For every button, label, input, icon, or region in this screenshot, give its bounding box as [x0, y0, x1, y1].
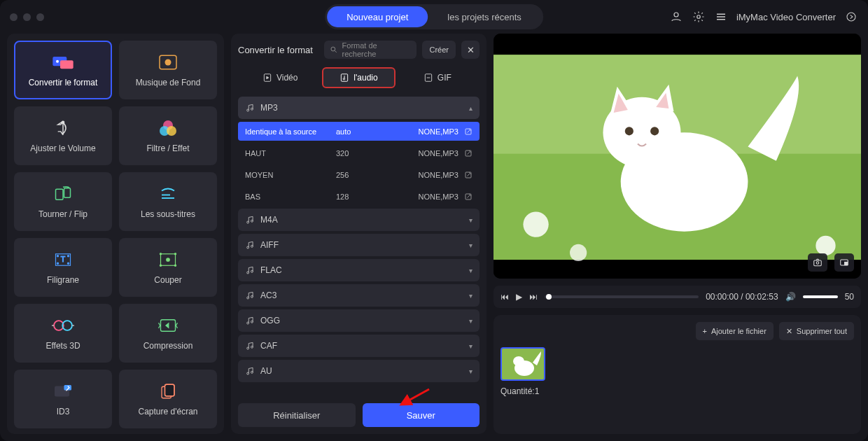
svg-point-34	[331, 47, 335, 51]
snapshot-icon[interactable]	[808, 253, 827, 272]
tool-label: Effets 3D	[46, 341, 80, 351]
tab-video-label: Vidéo	[276, 73, 298, 83]
format-ac3[interactable]: AC3▾	[238, 284, 479, 307]
queue-thumbnail[interactable]	[500, 347, 545, 381]
svg-point-48	[251, 245, 253, 247]
format-au[interactable]: AU▾	[238, 360, 479, 382]
remove-all-button[interactable]: ✕Supprimer tout	[779, 322, 854, 340]
format-label: MP3	[260, 103, 278, 113]
svg-point-68	[816, 236, 835, 255]
format-m4a[interactable]: M4A▾	[238, 209, 479, 231]
tool-filter-effect[interactable]: Filtre / Effet	[119, 106, 217, 165]
svg-point-67	[523, 211, 548, 237]
preset-name: HAUT	[245, 149, 336, 158]
save-button[interactable]: Sauver	[363, 403, 480, 427]
tab-recent-projects[interactable]: les projets récents	[428, 6, 541, 27]
tab-gif-label: GIF	[438, 73, 451, 83]
tool-crop[interactable]: Couper	[119, 238, 217, 297]
svg-point-17	[57, 262, 58, 264]
progress-slider[interactable]	[545, 295, 699, 298]
close-icon[interactable]: ✕	[461, 41, 479, 59]
background-music-icon	[157, 52, 179, 72]
reset-button[interactable]: Réinitialiser	[238, 403, 356, 427]
tab-video[interactable]: Vidéo	[245, 67, 315, 88]
menu-icon[interactable]	[714, 10, 728, 24]
preset-row[interactable]: MOYEN256NONE,MP3	[238, 165, 479, 184]
format-mp3[interactable]: MP3▴	[238, 97, 479, 119]
svg-point-76	[513, 356, 524, 366]
tool-compression[interactable]: Compression	[119, 304, 217, 363]
preset-name: BAS	[245, 192, 336, 201]
svg-point-69	[570, 244, 587, 261]
traffic-max[interactable]	[36, 13, 44, 21]
svg-point-18	[67, 262, 69, 264]
edit-icon[interactable]	[464, 149, 472, 158]
svg-rect-60	[493, 260, 861, 279]
svg-text:T: T	[61, 255, 66, 263]
volume-slider[interactable]	[803, 295, 838, 298]
player-bar: ⏮ ▶ ⏭ 00:00:00 / 00:02:53 🔊 50	[493, 286, 861, 308]
format-label: CAF	[260, 341, 277, 351]
preset-row[interactable]: Identique à la sourceautoNONE,MP3	[238, 122, 479, 141]
chevron-down-icon: ▾	[469, 317, 472, 325]
edit-icon[interactable]	[464, 171, 472, 179]
search-input[interactable]: Format de recherche	[324, 41, 417, 59]
tool-id3[interactable]: ID3	[14, 370, 112, 428]
expand-icon[interactable]	[844, 10, 858, 24]
tab-gif[interactable]: GIF	[402, 67, 472, 88]
preset-row[interactable]: HAUT320NONE,MP3	[238, 144, 479, 162]
preset-bitrate: 320	[336, 149, 392, 158]
gear-icon[interactable]	[692, 10, 706, 24]
tool-screenshot[interactable]: Capture d'écran	[119, 370, 217, 428]
format-aiff[interactable]: AIFF▾	[238, 234, 479, 256]
format-ogg[interactable]: OGG▾	[238, 309, 479, 332]
tab-new-project[interactable]: Nouveau projet	[327, 6, 428, 27]
format-label: FLAC	[260, 265, 282, 275]
svg-point-0	[674, 13, 678, 17]
crop-icon	[157, 250, 179, 270]
save-button-label: Sauver	[407, 410, 435, 421]
svg-point-39	[247, 109, 249, 111]
tool-label: Filigrane	[47, 275, 79, 285]
watermark-icon: T	[52, 250, 74, 270]
preset-bitrate: 256	[336, 171, 392, 179]
format-flac[interactable]: FLAC▾	[238, 259, 479, 281]
svg-point-8	[62, 121, 64, 123]
tool-convert-format[interactable]: Convertir le format	[14, 41, 112, 99]
tool-subtitles[interactable]: Les sous-titres	[119, 172, 217, 231]
chevron-down-icon: ▾	[469, 241, 472, 249]
account-icon[interactable]	[669, 10, 683, 24]
preset-name: Identique à la source	[245, 127, 336, 136]
next-icon[interactable]: ⏭	[529, 292, 538, 302]
tool-adjust-volume[interactable]: Ajuster le Volume	[14, 106, 112, 165]
tab-audio[interactable]: l'audio	[322, 67, 395, 88]
svg-point-2	[847, 13, 855, 21]
edit-icon[interactable]	[464, 127, 472, 136]
svg-point-58	[251, 371, 253, 373]
create-button[interactable]: Créer	[422, 41, 456, 59]
add-file-button[interactable]: +Ajouter le fichier	[696, 322, 774, 340]
tool-background-music[interactable]: Musique de Fond	[119, 41, 217, 99]
format-caf[interactable]: CAF▾	[238, 335, 479, 357]
edit-icon[interactable]	[464, 192, 472, 201]
tool-watermark[interactable]: TFiligrane	[14, 238, 112, 297]
svg-point-55	[247, 347, 249, 349]
preset-row[interactable]: BAS128NONE,MP3	[238, 187, 479, 206]
svg-rect-4	[60, 60, 74, 69]
svg-rect-59	[493, 34, 861, 55]
video-preview	[493, 34, 861, 279]
volume-icon[interactable]: 🔊	[785, 292, 796, 302]
convert-format-icon	[52, 52, 74, 72]
format-label: AC3	[260, 290, 276, 300]
tool-label: Filtre / Effet	[146, 144, 189, 153]
traffic-min[interactable]	[23, 13, 31, 21]
play-icon[interactable]: ▶	[516, 292, 522, 302]
tool-effects-3d[interactable]: Effets 3D	[14, 304, 112, 363]
tool-rotate-flip[interactable]: Tourner / Flip	[14, 172, 112, 231]
prev-icon[interactable]: ⏮	[500, 292, 509, 302]
fullscreen-icon[interactable]	[834, 253, 854, 272]
tool-label: Musique de Fond	[136, 78, 201, 88]
traffic-close[interactable]	[10, 13, 18, 21]
svg-point-16	[67, 255, 69, 257]
adjust-volume-icon	[52, 118, 74, 138]
